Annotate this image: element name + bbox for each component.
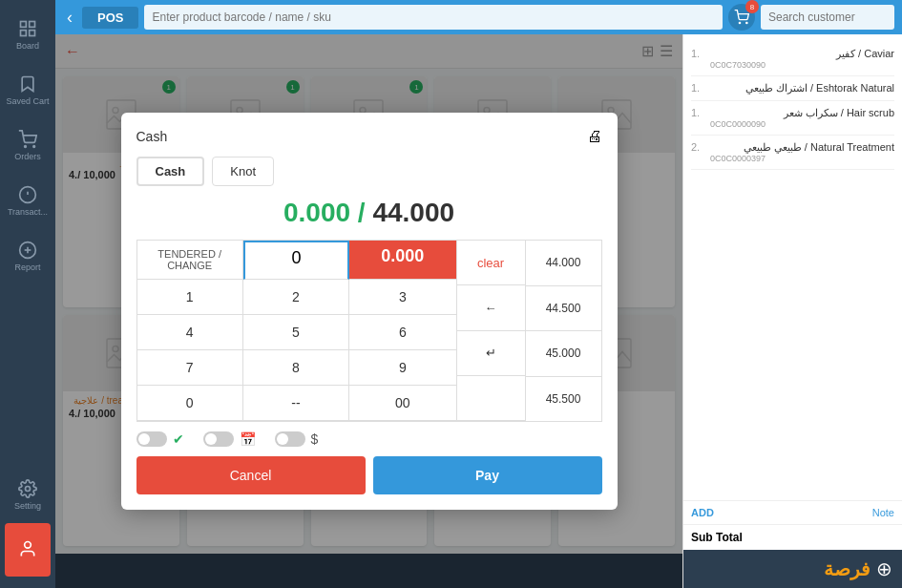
order-item-0: 1. Caviar / كفير 0C0C7030090 — [691, 42, 894, 76]
cancel-button[interactable]: Cancel — [136, 456, 366, 494]
svg-point-14 — [739, 22, 740, 23]
numpad-5[interactable]: 5 — [243, 315, 349, 350]
product-search-input[interactable] — [144, 5, 723, 30]
subtotal-label: Sub Total — [691, 531, 743, 544]
shortcut-2[interactable]: 45.000 — [526, 331, 601, 377]
numpad-0[interactable]: 0 — [137, 386, 243, 421]
customer-search-input[interactable] — [761, 5, 894, 30]
tendered-label: TENDERED / CHANGE — [137, 241, 243, 280]
svg-point-5 — [33, 145, 35, 147]
order-name-1: Eshtorak Natural / اشتراك طبيعي — [710, 82, 894, 94]
sidebar-item-board[interactable]: Board — [5, 8, 51, 61]
toggle-switch-3[interactable] — [275, 431, 305, 447]
sidebar-item-saved-cart[interactable]: Saved Cart — [5, 63, 51, 116]
sidebar-savedcart-label: Saved Cart — [6, 96, 49, 106]
sidebar-report-label: Report — [14, 262, 40, 272]
shortcut-0[interactable]: 44.000 — [526, 241, 601, 286]
toggle-switch-1[interactable] — [136, 431, 167, 447]
btn-backspace[interactable]: ← — [457, 285, 525, 330]
order-sub-3: 0C0C0000397 — [710, 154, 894, 163]
numpad-input[interactable]: 0 — [243, 241, 349, 280]
right-panel: 1. Caviar / كفير 0C0C7030090 1. Eshtorak… — [682, 34, 902, 588]
sidebar-setting-label: Setting — [14, 501, 41, 511]
numpad-dash[interactable]: -- — [243, 386, 349, 421]
svg-point-15 — [746, 22, 747, 23]
check-icon: ✔ — [173, 431, 184, 447]
amount-numerator: 0.000 — [283, 198, 350, 227]
order-subtotal: Sub Total — [683, 524, 902, 550]
topbar-back-button[interactable]: ‹ — [63, 8, 76, 28]
pay-button[interactable]: Pay — [373, 456, 602, 494]
topbar-pos-label: POS — [82, 7, 138, 29]
toggle-item-2: 📅 — [203, 431, 256, 447]
order-info-0: Caviar / كفير 0C0C7030090 — [710, 48, 894, 70]
order-item-3: 2. Natural Treatment / طبيعي طبيعي 0C0C0… — [691, 136, 894, 170]
numpad-8[interactable]: 8 — [243, 350, 349, 386]
svg-rect-3 — [30, 30, 35, 35]
topbar: ‹ POS 8 — [55, 0, 902, 34]
order-info-3: Natural Treatment / طبيعي طبيعي 0C0C0000… — [710, 141, 894, 163]
tab-knot[interactable]: Knot — [212, 157, 274, 186]
logo-icon: ⊕ — [876, 557, 892, 580]
content-area: ← ⊞ ☰ — [55, 34, 902, 588]
modal-actions: Cancel Pay — [136, 456, 602, 494]
order-num-3: 2. — [691, 141, 704, 153]
btn-enter[interactable]: ↵ — [457, 331, 525, 376]
toggle-row: ✔ 📅 $ — [136, 431, 602, 447]
sidebar-person-icon[interactable] — [5, 523, 51, 577]
numpad-9[interactable]: 9 — [349, 350, 455, 386]
sidebar-orders-label: Orders — [14, 152, 41, 161]
numpad-00[interactable]: 00 — [349, 386, 455, 421]
sidebar-board-label: Board — [16, 41, 39, 51]
cart-badge: 8 — [745, 0, 759, 13]
amount-denominator: 44.000 — [372, 198, 454, 227]
order-list: 1. Caviar / كفير 0C0C7030090 1. Eshtorak… — [683, 34, 902, 500]
btn-clear[interactable]: clear — [457, 241, 525, 285]
order-name-2: Hair scrub / سكراب شعر — [710, 107, 894, 119]
numpad-6[interactable]: 6 — [349, 315, 455, 350]
numpad-7[interactable]: 7 — [137, 350, 243, 386]
dollar-icon: $ — [311, 431, 319, 447]
sidebar-item-transactions[interactable]: Transact... — [5, 174, 51, 227]
svg-point-12 — [26, 486, 31, 491]
modal-header: Cash 🖨 — [136, 128, 602, 145]
products-area: ← ⊞ ☰ — [55, 34, 682, 588]
numpad-1[interactable]: 1 — [137, 280, 243, 315]
sidebar-item-report[interactable]: Report — [5, 229, 51, 283]
svg-rect-2 — [21, 30, 27, 35]
payment-modal: Cash 🖨 Cash Knot 0.000 / 44.000 — [121, 113, 618, 510]
numpad-3[interactable]: 3 — [349, 280, 455, 315]
numpad-area: TENDERED / CHANGE 0 0.000 1234567890--00… — [136, 240, 602, 422]
amount-display: 0.000 / 44.000 — [136, 198, 602, 228]
btn-empty[interactable] — [457, 376, 525, 421]
print-icon[interactable]: 🖨 — [587, 128, 602, 145]
calendar-icon: 📅 — [240, 431, 256, 447]
amount-separator: / — [358, 198, 373, 227]
bottom-logo: فرصة ⊕ — [683, 550, 902, 588]
logo-text: فرصة — [824, 557, 871, 580]
numpad-2[interactable]: 2 — [243, 280, 349, 315]
svg-rect-0 — [21, 21, 27, 27]
payment-modal-overlay: Cash 🖨 Cash Knot 0.000 / 44.000 — [55, 34, 682, 588]
svg-rect-1 — [30, 21, 35, 27]
order-add-label[interactable]: ADD — [691, 507, 714, 518]
toggle-item-1: ✔ — [136, 431, 184, 447]
sidebar-item-setting[interactable]: Setting — [5, 468, 51, 521]
numpad-4[interactable]: 4 — [137, 315, 243, 350]
svg-point-4 — [25, 145, 27, 147]
numpad-result: 0.000 — [349, 241, 455, 280]
order-info-1: Eshtorak Natural / اشتراك طبيعي — [710, 82, 894, 94]
order-info-2: Hair scrub / سكراب شعر 0C0C0000090 — [710, 107, 894, 129]
svg-point-13 — [25, 541, 31, 548]
cart-button[interactable]: 8 — [728, 4, 755, 31]
toggle-switch-2[interactable] — [203, 431, 234, 447]
order-num-2: 1. — [691, 107, 704, 118]
tab-cash[interactable]: Cash — [136, 157, 205, 186]
order-sub-0: 0C0C7030090 — [710, 60, 894, 70]
main-area: ‹ POS 8 ← ⊞ ☰ — [55, 0, 902, 588]
order-note-label[interactable]: Note — [872, 507, 894, 518]
sidebar-item-orders[interactable]: Orders — [5, 118, 51, 172]
shortcut-1[interactable]: 44.500 — [526, 286, 601, 332]
order-add-note: ADD Note — [683, 500, 902, 524]
shortcut-3[interactable]: 45.500 — [526, 377, 601, 422]
